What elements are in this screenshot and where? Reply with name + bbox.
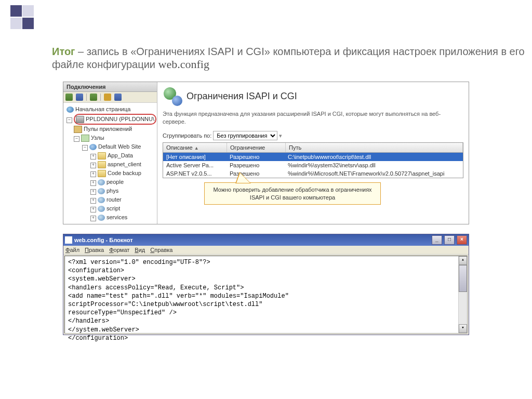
scroll-down-button[interactable]: ▾ — [459, 324, 467, 333]
pane-title: Ограничения ISAPI и CGI — [187, 91, 297, 102]
folder-icon — [98, 170, 106, 177]
cell-description: Active Server Pa... — [163, 161, 227, 169]
tree-folder[interactable]: +Code backup — [64, 169, 156, 178]
cell-description: [Нет описания] — [163, 153, 227, 161]
column-description[interactable]: Описание ▲ — [163, 143, 227, 152]
toolbar-icon[interactable] — [65, 94, 73, 101]
callout-tip: Можно проверить добавление обработчика в… — [204, 182, 381, 205]
toolbar-separator — [100, 94, 101, 101]
toolbar-icon[interactable] — [90, 94, 97, 101]
minimize-button[interactable]: _ — [432, 235, 442, 245]
tree-app-pools[interactable]: Пулы приложений — [64, 125, 156, 134]
notepad-content[interactable]: <?xml version="1.0" encoding="UTF-8"?><c… — [64, 256, 468, 334]
expand-icon[interactable]: + — [90, 180, 96, 186]
toolbar-icon[interactable] — [76, 94, 83, 101]
tree-folder[interactable]: +script — [64, 204, 156, 213]
tree-folder[interactable]: +people — [64, 178, 156, 187]
isapi-cgi-icon — [163, 86, 182, 106]
cell-path: %windir%\system32\inetsrv\asp.dll — [285, 161, 463, 169]
window-controls: _ □ × — [431, 235, 467, 245]
scroll-up-button[interactable]: ▴ — [459, 256, 467, 265]
callout-text: Можно проверить добавление обработчика в… — [204, 182, 381, 205]
pool-icon — [74, 126, 82, 133]
maximize-button[interactable]: □ — [444, 235, 455, 245]
menu-item[interactable]: Файл — [65, 247, 79, 253]
notepad-title: web.config - Блокнот — [74, 237, 133, 243]
sidebar-title: Подключения — [63, 82, 157, 92]
tree-folder[interactable]: +aspnet_client — [64, 160, 156, 169]
tree-folder[interactable]: +phys — [64, 187, 156, 195]
tree-label: phys — [107, 188, 118, 194]
folder-icon — [98, 206, 105, 212]
close-button[interactable]: × — [457, 235, 467, 245]
sites-icon — [81, 135, 89, 142]
menu-item[interactable]: Справка — [150, 247, 172, 253]
toolbar-separator — [86, 94, 87, 101]
table-row[interactable]: ASP.NET v2.0.5...Разрешено%windir%\Micro… — [163, 169, 463, 178]
connections-tree: Начальная страница −PPLDONNU (PPLDONNU\ … — [63, 103, 157, 224]
scroll-thumb[interactable] — [459, 265, 467, 292]
table-row[interactable]: Active Server Pa...Разрешено%windir%\sys… — [163, 161, 463, 169]
folder-icon — [98, 179, 105, 185]
expand-icon[interactable]: + — [90, 207, 96, 212]
tree-start-page[interactable]: Начальная страница — [64, 105, 156, 114]
table-row[interactable]: [Нет описания]РазрешеноC:\inetpub\wwwroo… — [163, 153, 463, 161]
notepad-icon — [65, 236, 72, 244]
sidebar-toolbar — [63, 92, 157, 103]
toolbar-icon[interactable] — [104, 94, 111, 101]
expand-icon[interactable]: + — [90, 154, 96, 159]
menu-item[interactable]: Формат — [109, 247, 129, 253]
tree-label: people — [107, 179, 124, 185]
tree-folder[interactable]: +services — [64, 213, 156, 222]
folder-icon — [98, 152, 106, 159]
tree-label: Code backup — [108, 170, 141, 176]
globe-icon — [66, 107, 74, 113]
cell-restriction: Разрешено — [227, 161, 285, 169]
folder-icon — [98, 188, 105, 194]
expand-icon[interactable]: + — [90, 163, 96, 168]
groupby-label: Сгруппировать по: — [163, 132, 211, 139]
expand-icon[interactable]: − — [82, 145, 88, 151]
grid-header: Описание ▲ Ограничение Путь — [163, 143, 463, 153]
toolbar-icon[interactable] — [114, 94, 122, 101]
connections-sidebar: Подключения Начальная страница −PPLDONNU… — [63, 82, 157, 224]
cell-restriction: Разрешено — [227, 153, 285, 161]
tree-folder[interactable]: +App_Data — [64, 151, 156, 160]
folder-icon — [98, 161, 106, 168]
expand-icon[interactable]: + — [90, 171, 96, 177]
notepad-window: web.config - Блокнот _ □ × ФайлПравкаФор… — [63, 234, 469, 335]
server-icon — [76, 116, 84, 123]
expand-icon[interactable]: − — [74, 136, 79, 142]
cell-description: ASP.NET v2.0.5... — [163, 169, 227, 178]
site-icon — [89, 144, 97, 150]
groupby-bar: Сгруппировать по: Без группирования ▾ — [163, 131, 463, 140]
expand-icon[interactable]: + — [90, 198, 96, 204]
expand-icon[interactable]: + — [90, 189, 96, 195]
menu-item[interactable]: Вид — [135, 247, 145, 253]
menu-item[interactable]: Правка — [85, 247, 104, 253]
folder-icon — [98, 215, 105, 221]
iis-manager-window: Подключения Начальная страница −PPLDONNU… — [63, 82, 469, 224]
tree-label: script — [107, 205, 120, 211]
restrictions-grid: Описание ▲ Ограничение Путь [Нет описани… — [163, 142, 463, 178]
tree-label: aspnet_client — [108, 161, 141, 167]
tree-default-site[interactable]: −Default Web Site — [64, 142, 156, 151]
tree-label: router — [107, 196, 122, 203]
slide-title: Итог – запись в «Ограничениях ISAPI и CG… — [0, 30, 532, 82]
expand-icon[interactable]: − — [66, 117, 72, 123]
notepad-titlebar[interactable]: web.config - Блокнот _ □ × — [63, 234, 469, 246]
folder-icon — [98, 197, 105, 203]
notepad-menubar: ФайлПравкаФорматВидСправка — [63, 246, 469, 255]
cell-path: %windir%\Microsoft.NET\Framework\v2.0.50… — [285, 169, 463, 178]
tree-folder[interactable]: +router — [64, 195, 156, 204]
tree-label: services — [107, 214, 127, 220]
tree-label: App_Data — [108, 152, 133, 158]
column-restriction[interactable]: Ограничение — [227, 143, 286, 152]
expand-icon[interactable]: + — [90, 216, 96, 221]
tree-sites[interactable]: −Узлы — [64, 134, 156, 142]
tree-server-node[interactable]: −PPLDONNU (PPLDONNU\ — [64, 114, 156, 125]
column-path[interactable]: Путь — [286, 143, 463, 152]
groupby-select[interactable]: Без группирования — [213, 131, 277, 140]
vertical-scrollbar[interactable]: ▴ ▾ — [458, 256, 467, 333]
main-pane: Ограничения ISAPI и CGI Эта функция пред… — [157, 82, 469, 224]
